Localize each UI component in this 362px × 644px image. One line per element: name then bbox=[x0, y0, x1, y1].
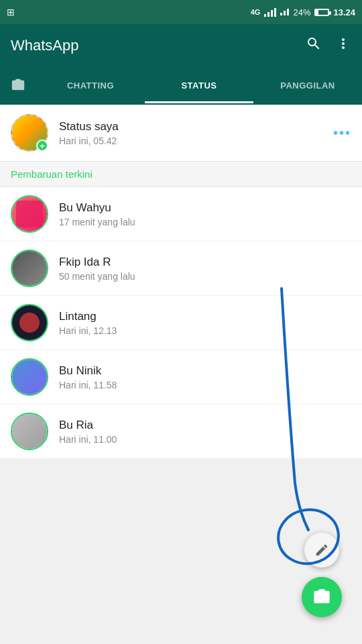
contact-info-wahyu: Bu Wahyu 17 menit yang lalu bbox=[59, 201, 351, 227]
my-status-row[interactable]: + Status saya Hari ini, 05.42 ••• bbox=[0, 105, 362, 162]
contact-avatar-ria bbox=[11, 413, 48, 450]
add-status-icon: + bbox=[36, 140, 48, 152]
my-status-name: Status saya bbox=[59, 120, 322, 133]
fab-camera-button[interactable] bbox=[302, 577, 342, 617]
app-title: WhatsApp bbox=[11, 37, 79, 54]
my-status-more[interactable]: ••• bbox=[333, 125, 351, 141]
fab-pencil-button[interactable] bbox=[304, 533, 339, 568]
contact-time-ninik: Hari ini, 11.58 bbox=[59, 380, 351, 390]
status-bar: ⊞ 4G 24% 13.24 bbox=[0, 0, 362, 24]
tab-chatting[interactable]: CHATTING bbox=[36, 67, 145, 103]
my-status-info: Status saya Hari ini, 05.42 bbox=[59, 120, 322, 146]
contact-name-wahyu: Bu Wahyu bbox=[59, 201, 351, 215]
signal-bars-2 bbox=[280, 9, 289, 15]
contact-avatar-img-ninik bbox=[12, 360, 47, 394]
contact-time-ria: Hari ini, 11.00 bbox=[59, 434, 351, 445]
tabs-bar: CHATTING STATUS PANGGILAN bbox=[0, 67, 362, 105]
contact-avatar-ninik bbox=[11, 358, 48, 396]
contact-item-lintang[interactable]: Lintang Hari ini, 12.13 bbox=[0, 296, 362, 350]
contact-avatar-img-lintang bbox=[12, 305, 47, 340]
status-bar-left: ⊞ bbox=[7, 7, 15, 17]
contact-name-lintang: Lintang bbox=[59, 310, 351, 323]
battery-fill bbox=[316, 10, 318, 15]
header-icons bbox=[306, 36, 351, 56]
contact-name-ria: Bu Ria bbox=[59, 419, 351, 432]
contact-avatar-lintang bbox=[11, 304, 48, 341]
fab-container bbox=[302, 533, 342, 617]
contact-time-wahyu: 17 menit yang lalu bbox=[59, 217, 351, 227]
my-status-time: Hari ini, 05.42 bbox=[59, 136, 322, 146]
contact-name-fkip: Fkip Ida R bbox=[59, 256, 351, 269]
contact-info-ninik: Bu Ninik Hari ini, 11.58 bbox=[59, 364, 351, 390]
content-area: + Status saya Hari ini, 05.42 ••• Pembar… bbox=[0, 105, 362, 459]
contact-item-fkip[interactable]: Fkip Ida R 50 menit yang lalu bbox=[0, 241, 362, 296]
battery-percent: 24% bbox=[293, 7, 310, 17]
contact-avatar-img-fkip bbox=[12, 251, 47, 286]
tab-panggilan[interactable]: PANGGILAN bbox=[253, 67, 362, 103]
contact-time-fkip: 50 menit yang lalu bbox=[59, 271, 351, 282]
app-icon: ⊞ bbox=[7, 7, 15, 17]
contact-time-lintang: Hari ini, 12.13 bbox=[59, 325, 351, 336]
tab-camera[interactable] bbox=[0, 67, 36, 103]
my-status-avatar-container: + bbox=[11, 114, 48, 152]
contact-item-wahyu[interactable]: Bu Wahyu 17 menit yang lalu bbox=[0, 187, 362, 241]
contact-name-ninik: Bu Ninik bbox=[59, 364, 351, 378]
section-header-recent: Pembaruan terkini bbox=[0, 162, 362, 187]
contact-item-ria[interactable]: Bu Ria Hari ini, 11.00 bbox=[0, 405, 362, 459]
contact-avatar-fkip bbox=[11, 250, 48, 287]
signal-bars-1 bbox=[264, 8, 276, 17]
contact-info-ria: Bu Ria Hari ini, 11.00 bbox=[59, 419, 351, 445]
status-bar-right: 4G 24% 13.24 bbox=[251, 7, 355, 17]
network-type: 4G bbox=[251, 8, 261, 16]
tab-status[interactable]: STATUS bbox=[145, 67, 253, 103]
contact-avatar-img-wahyu bbox=[12, 197, 47, 231]
search-icon[interactable] bbox=[306, 36, 322, 56]
contact-info-lintang: Lintang Hari ini, 12.13 bbox=[59, 310, 351, 336]
more-options-icon[interactable] bbox=[335, 36, 351, 56]
app-header: WhatsApp bbox=[0, 24, 362, 67]
contact-item-ninik[interactable]: Bu Ninik Hari ini, 11.58 bbox=[0, 350, 362, 405]
battery-icon bbox=[314, 9, 329, 16]
contact-info-fkip: Fkip Ida R 50 menit yang lalu bbox=[59, 256, 351, 282]
clock: 13.24 bbox=[333, 7, 355, 17]
contact-avatar-wahyu bbox=[11, 195, 48, 233]
contact-avatar-img-ria bbox=[12, 414, 47, 449]
